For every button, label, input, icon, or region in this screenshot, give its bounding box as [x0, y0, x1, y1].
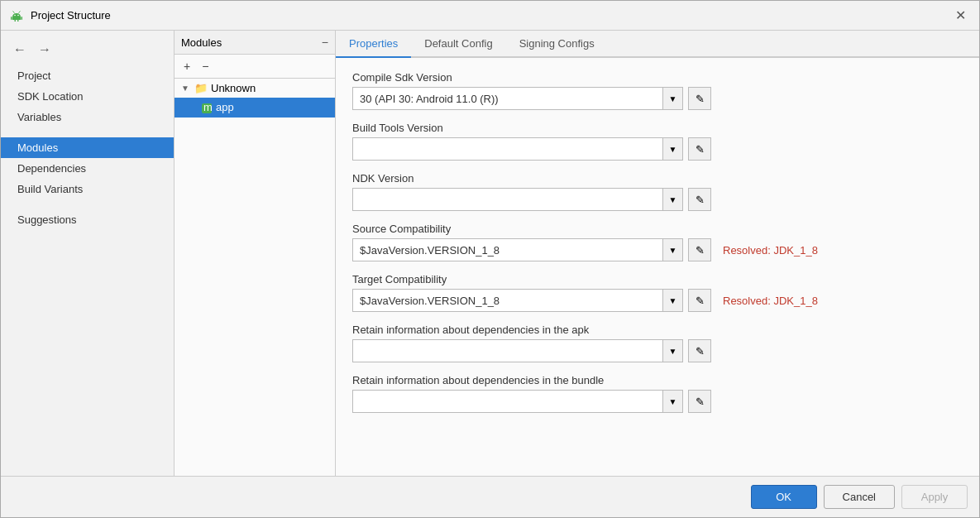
compile-sdk-dropdown[interactable]: ▼ — [663, 87, 683, 110]
target-compat-resolved: Resolved: JDK_1_8 — [723, 295, 818, 307]
svg-rect-0 — [11, 17, 12, 20]
tree-node-unknown[interactable]: ▼ 📁 Unknown — [174, 79, 335, 98]
target-compat-dropdown[interactable]: ▼ — [663, 289, 683, 312]
prop-label-retain-apk: Retain information about dependencies in… — [352, 324, 963, 336]
svg-point-5 — [17, 14, 19, 16]
svg-line-7 — [19, 11, 21, 12]
prop-label-target-compat: Target Compatibility — [352, 273, 963, 285]
content-panels: Modules − + − ▼ 📁 Unknown — [174, 31, 979, 476]
prop-label-compile-sdk: Compile Sdk Version — [352, 71, 963, 84]
tree-child-label: app — [216, 101, 234, 113]
cancel-button[interactable]: Cancel — [824, 485, 895, 509]
tree-chevron-icon: ▼ — [181, 84, 191, 93]
sidebar-item-modules[interactable]: Modules — [1, 137, 174, 158]
svg-rect-2 — [15, 20, 17, 22]
ok-button[interactable]: OK — [751, 485, 817, 509]
prop-select-build-tools: ▼ — [352, 137, 683, 161]
source-compat-dropdown[interactable]: ▼ — [663, 238, 683, 261]
prop-control-target-compat: ▼ ✎ Resolved: JDK_1_8 — [352, 289, 963, 312]
prop-label-build-tools: Build Tools Version — [352, 122, 963, 134]
module-icon: m — [201, 101, 213, 114]
dialog-footer: OK Cancel Apply — [1, 476, 979, 517]
prop-label-ndk: NDK Version — [352, 172, 963, 185]
prop-control-compile-sdk: ▼ ✎ — [352, 87, 963, 110]
sidebar-nav: ← → — [1, 37, 174, 65]
ndk-dropdown[interactable]: ▼ — [663, 188, 683, 211]
prop-control-retain-bundle: ▼ ✎ — [352, 390, 963, 413]
svg-text:m: m — [203, 103, 213, 113]
sidebar-item-dependencies[interactable]: Dependencies — [1, 158, 174, 179]
compile-sdk-edit-button[interactable]: ✎ — [688, 87, 711, 110]
prop-control-source-compat: ▼ ✎ Resolved: JDK_1_8 — [352, 238, 963, 261]
retain-apk-input[interactable] — [352, 339, 663, 362]
back-button[interactable]: ← — [9, 41, 31, 59]
sidebar-item-variables[interactable]: Variables — [1, 107, 174, 127]
remove-module-button[interactable]: − — [198, 58, 213, 74]
retain-bundle-edit-button[interactable]: ✎ — [688, 390, 711, 413]
ndk-edit-button[interactable]: ✎ — [688, 188, 711, 211]
svg-rect-1 — [22, 17, 23, 20]
tab-properties[interactable]: Properties — [336, 31, 411, 58]
tab-signing-configs[interactable]: Signing Configs — [506, 31, 608, 58]
build-tools-edit-button[interactable]: ✎ — [688, 137, 711, 161]
title-bar: Project Structure ✕ — [1, 1, 979, 31]
prop-select-ndk: ▼ — [352, 188, 683, 211]
retain-apk-dropdown[interactable]: ▼ — [663, 339, 683, 362]
prop-select-target-compat: ▼ — [352, 289, 683, 312]
prop-select-retain-bundle: ▼ — [352, 390, 683, 413]
modules-panel: Modules − + − ▼ 📁 Unknown — [174, 31, 336, 476]
project-structure-dialog: Project Structure ✕ ← → Project SDK Loca… — [0, 0, 980, 518]
prop-select-retain-apk: ▼ — [352, 339, 683, 362]
prop-control-retain-apk: ▼ ✎ — [352, 339, 963, 362]
main-content: Properties Default Config Signing Config… — [336, 31, 979, 476]
prop-row-build-tools: Build Tools Version ▼ ✎ — [352, 122, 963, 161]
prop-control-build-tools: ▼ ✎ — [352, 137, 963, 161]
android-logo-icon — [9, 8, 24, 23]
add-module-button[interactable]: + — [179, 58, 194, 74]
target-compat-edit-button[interactable]: ✎ — [688, 289, 711, 312]
retain-bundle-input[interactable] — [352, 390, 663, 413]
prop-row-compile-sdk: Compile Sdk Version ▼ ✎ — [352, 71, 963, 110]
folder-icon: 📁 — [194, 82, 208, 94]
source-compat-edit-button[interactable]: ✎ — [688, 238, 711, 261]
source-compat-input[interactable] — [352, 238, 663, 261]
sidebar-item-suggestions[interactable]: Suggestions — [1, 209, 174, 230]
modules-minimize-button[interactable]: − — [322, 36, 328, 49]
prop-row-retain-apk: Retain information about dependencies in… — [352, 324, 963, 362]
dialog-title: Project Structure — [31, 9, 111, 22]
prop-row-ndk: NDK Version ▼ ✎ — [352, 172, 963, 211]
tabs-bar: Properties Default Config Signing Config… — [336, 31, 979, 58]
sidebar-item-project[interactable]: Project — [1, 65, 174, 86]
sidebar-item-build-variants[interactable]: Build Variants — [1, 179, 174, 199]
build-tools-dropdown[interactable]: ▼ — [663, 137, 683, 161]
title-bar-left: Project Structure — [9, 8, 111, 23]
close-button[interactable]: ✕ — [950, 6, 971, 25]
source-compat-resolved: Resolved: JDK_1_8 — [723, 244, 818, 257]
svg-point-4 — [14, 14, 16, 16]
dialog-body: ← → Project SDK Location Variables Modul… — [1, 31, 979, 476]
sidebar-separator-1 — [1, 127, 174, 137]
prop-control-ndk: ▼ ✎ — [352, 188, 963, 211]
prop-select-source-compat: ▼ — [352, 238, 683, 261]
prop-select-compile-sdk: ▼ — [352, 87, 683, 110]
properties-content: Compile Sdk Version ▼ ✎ Build — [336, 58, 979, 476]
prop-row-retain-bundle: Retain information about dependencies in… — [352, 374, 963, 413]
retain-apk-edit-button[interactable]: ✎ — [688, 339, 711, 362]
ndk-input[interactable] — [352, 188, 663, 211]
tree-view: ▼ 📁 Unknown m app — [174, 79, 335, 476]
tree-child-app[interactable]: m app — [174, 98, 335, 118]
prop-label-source-compat: Source Compatibility — [352, 223, 963, 235]
sidebar: ← → Project SDK Location Variables Modul… — [1, 31, 174, 476]
apply-button[interactable]: Apply — [901, 485, 968, 509]
prop-row-target-compat: Target Compatibility ▼ ✎ Resolved: JDK_1… — [352, 273, 963, 312]
retain-bundle-dropdown[interactable]: ▼ — [663, 390, 683, 413]
prop-row-source-compat: Source Compatibility ▼ ✎ Resolved: JDK_1… — [352, 223, 963, 261]
sidebar-item-sdk-location[interactable]: SDK Location — [1, 86, 174, 107]
target-compat-input[interactable] — [352, 289, 663, 312]
build-tools-input[interactable] — [352, 137, 663, 161]
compile-sdk-input[interactable] — [352, 87, 663, 110]
prop-label-retain-bundle: Retain information about dependencies in… — [352, 374, 963, 386]
content-area: Modules − + − ▼ 📁 Unknown — [174, 31, 979, 476]
tab-default-config[interactable]: Default Config — [411, 31, 505, 58]
forward-button[interactable]: → — [34, 41, 55, 59]
